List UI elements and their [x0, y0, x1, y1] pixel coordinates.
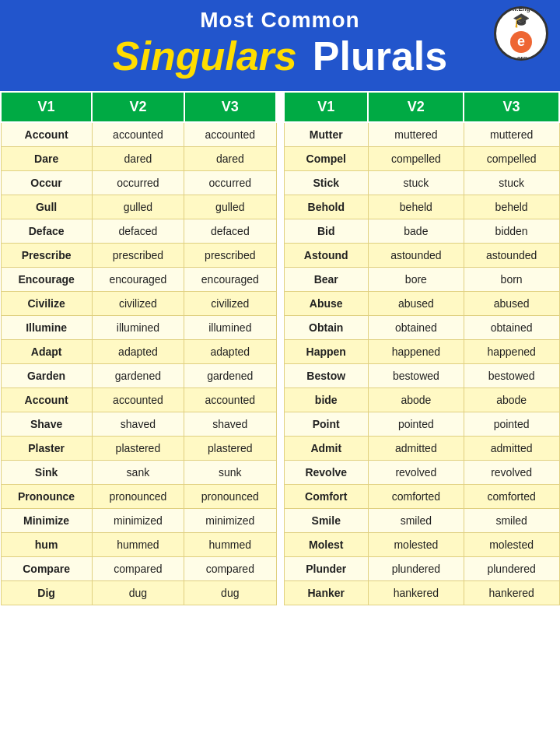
- logo-inner: www.EngDic 🎓 e .org: [502, 6, 540, 61]
- v1-cell: Molest: [284, 533, 368, 557]
- left-table-section: V1 V2 V3 AccountaccountedaccountedDareda…: [0, 91, 277, 747]
- v2-cell: occurred: [92, 171, 184, 195]
- v2-cell: adapted: [92, 340, 184, 364]
- v3-cell: plastered: [184, 437, 276, 461]
- v1-cell: Point: [284, 412, 368, 437]
- table-row: Pronouncepronouncedpronounced: [1, 485, 276, 509]
- table-row: Obtainobtainedobtained: [284, 316, 559, 340]
- table-row: Smilesmiledsmiled: [284, 509, 559, 533]
- plurals-label: Plurals: [313, 33, 447, 79]
- v3-cell: shaved: [184, 412, 276, 437]
- v2-cell: defaced: [92, 219, 184, 244]
- right-col-v1: V1: [284, 92, 368, 122]
- header-subtitle: Singulars Plurals: [16, 33, 544, 79]
- table-row: Plunderplunderedplundered: [284, 557, 559, 581]
- v3-cell: comforted: [464, 485, 559, 509]
- table-row: Occuroccurredoccurred: [1, 171, 276, 195]
- v2-cell: plastered: [92, 437, 184, 461]
- v1-cell: bide: [284, 388, 368, 412]
- v2-cell: gardened: [92, 364, 184, 388]
- v3-cell: compared: [184, 557, 276, 581]
- v1-cell: Sink: [1, 461, 92, 485]
- v2-cell: bade: [368, 219, 464, 244]
- v1-cell: Smile: [284, 509, 368, 533]
- v1-cell: Illumine: [1, 316, 92, 340]
- main-content: V1 V2 V3 AccountaccountedaccountedDareda…: [0, 91, 560, 747]
- table-row: Adaptadaptedadapted: [1, 340, 276, 364]
- engdic-logo: www.EngDic 🎓 e .org: [494, 6, 548, 61]
- v2-cell: encouraged: [92, 268, 184, 292]
- v2-cell: obtained: [368, 316, 464, 340]
- table-row: Pointpointedpointed: [284, 412, 559, 437]
- v2-cell: bore: [368, 268, 464, 292]
- right-table-body: MuttermutteredmutteredCompelcompelledcom…: [284, 122, 559, 605]
- v3-cell: encouraged: [184, 268, 276, 292]
- table-row: humhummedhummed: [1, 533, 276, 557]
- v1-cell: Plaster: [1, 437, 92, 461]
- right-header-row: V1 V2 V3: [284, 92, 559, 122]
- v3-cell: obtained: [464, 316, 559, 340]
- v1-cell: Dig: [1, 581, 92, 605]
- v3-cell: abode: [464, 388, 559, 412]
- v3-cell: stuck: [464, 171, 559, 195]
- v2-cell: stuck: [368, 171, 464, 195]
- v2-cell: astounded: [368, 244, 464, 268]
- table-row: Accountaccountedaccounted: [1, 122, 276, 147]
- right-col-v3: V3: [464, 92, 559, 122]
- v3-cell: dug: [184, 581, 276, 605]
- v1-cell: Account: [1, 388, 92, 412]
- left-header-row: V1 V2 V3: [1, 92, 276, 122]
- table-divider: [277, 91, 283, 747]
- table-row: Daredareddared: [1, 147, 276, 171]
- singulars-label: Singulars: [113, 33, 297, 79]
- v1-cell: Occur: [1, 171, 92, 195]
- table-row: Gullgulledgulled: [1, 195, 276, 219]
- table-row: Revolverevolvedrevolved: [284, 461, 559, 485]
- v2-cell: gulled: [92, 195, 184, 219]
- v1-cell: Bestow: [284, 364, 368, 388]
- v3-cell: born: [464, 268, 559, 292]
- table-row: Illumineilluminedillumined: [1, 316, 276, 340]
- v2-cell: accounted: [92, 388, 184, 412]
- v1-cell: Prescribe: [1, 244, 92, 268]
- v1-cell: Stick: [284, 171, 368, 195]
- table-row: Shaveshavedshaved: [1, 412, 276, 437]
- logo-e-circle: e: [510, 31, 532, 53]
- v2-cell: pronounced: [92, 485, 184, 509]
- table-row: Bearboreborn: [284, 268, 559, 292]
- v2-cell: dared: [92, 147, 184, 171]
- table-row: Prescribeprescribedprescribed: [1, 244, 276, 268]
- v1-cell: Dare: [1, 147, 92, 171]
- v3-cell: smiled: [464, 509, 559, 533]
- v3-cell: beheld: [464, 195, 559, 219]
- v1-cell: Plunder: [284, 557, 368, 581]
- v3-cell: minimized: [184, 509, 276, 533]
- v2-cell: beheld: [368, 195, 464, 219]
- v3-cell: abused: [464, 292, 559, 316]
- v2-cell: minimized: [92, 509, 184, 533]
- v1-cell: Compare: [1, 557, 92, 581]
- v3-cell: sunk: [184, 461, 276, 485]
- table-row: Digdugdug: [1, 581, 276, 605]
- table-row: Defacedefaceddefaced: [1, 219, 276, 244]
- v1-cell: Encourage: [1, 268, 92, 292]
- left-col-v1: V1: [1, 92, 92, 122]
- v2-cell: compelled: [368, 147, 464, 171]
- v3-cell: molested: [464, 533, 559, 557]
- v3-cell: revolved: [464, 461, 559, 485]
- v3-cell: civilized: [184, 292, 276, 316]
- table-row: Comparecomparedcompared: [1, 557, 276, 581]
- v2-cell: plundered: [368, 557, 464, 581]
- table-row: Hankerhankeredhankered: [284, 581, 559, 605]
- v2-cell: bestowed: [368, 364, 464, 388]
- v3-cell: occurred: [184, 171, 276, 195]
- v1-cell: Hanker: [284, 581, 368, 605]
- v2-cell: shaved: [92, 412, 184, 437]
- right-col-v2: V2: [368, 92, 464, 122]
- v3-cell: gardened: [184, 364, 276, 388]
- v1-cell: Pronounce: [1, 485, 92, 509]
- v3-cell: bestowed: [464, 364, 559, 388]
- v1-cell: Astound: [284, 244, 368, 268]
- v2-cell: dug: [92, 581, 184, 605]
- v3-cell: pointed: [464, 412, 559, 437]
